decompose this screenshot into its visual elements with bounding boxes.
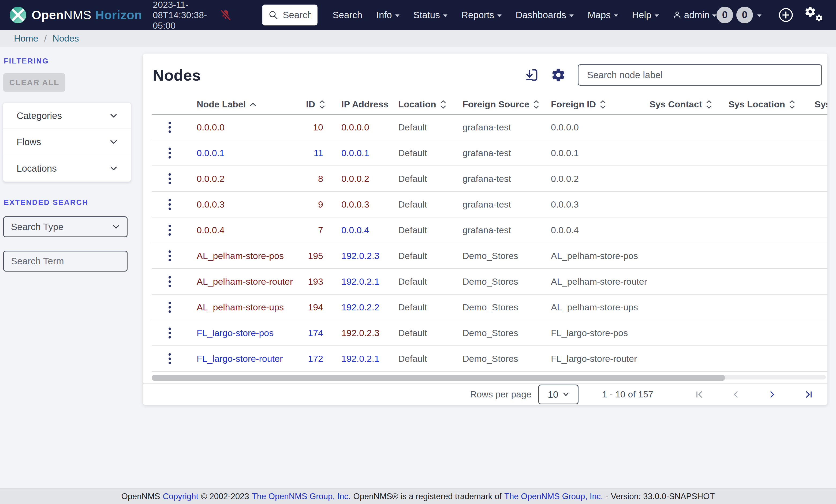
admin-gears-icon[interactable]: [804, 4, 827, 26]
rows-per-page-select[interactable]: 10: [538, 385, 578, 404]
node-label-link[interactable]: AL_pelham-store-ups: [197, 302, 284, 312]
export-download-icon[interactable]: [525, 68, 539, 82]
menu-item-maps[interactable]: Maps: [588, 9, 618, 20]
node-id-link[interactable]: 10: [313, 122, 323, 132]
node-ip-link[interactable]: 0.0.0.0: [341, 122, 369, 132]
nodes-table: Node Label ID IP Address: [152, 95, 828, 372]
chevron-down-icon: [395, 15, 400, 17]
opennms-group-link[interactable]: The OpenNMS Group, Inc.: [504, 492, 603, 501]
row-actions-kebab-icon[interactable]: [166, 248, 174, 264]
table-settings-gear-icon[interactable]: [551, 67, 566, 82]
menu-item-status[interactable]: Status: [414, 9, 448, 20]
node-label-link[interactable]: AL_pelham-store-router: [197, 276, 293, 287]
node-ip-link[interactable]: 192.0.2.3: [341, 251, 379, 261]
brand[interactable]: OpenNMSHorizon: [9, 6, 142, 24]
header-id[interactable]: ID: [294, 99, 328, 110]
node-label-link[interactable]: 0.0.0.1: [197, 148, 225, 158]
sort-asc-icon: [249, 102, 256, 107]
breadcrumb-separator: /: [44, 33, 46, 44]
search-type-select[interactable]: Search Type: [3, 216, 128, 237]
node-ip-link[interactable]: 0.0.0.2: [341, 174, 369, 184]
menu-item-help[interactable]: Help: [632, 9, 659, 20]
row-actions-kebab-icon[interactable]: [166, 196, 174, 213]
horizontal-scrollbar-thumb[interactable]: [152, 375, 725, 381]
header-location[interactable]: Location: [392, 99, 457, 110]
node-foreign-source: Demo_Stores: [457, 302, 545, 312]
row-actions-kebab-icon[interactable]: [166, 119, 174, 136]
header-sys-contact[interactable]: Sys Contact: [647, 99, 727, 110]
table-row: AL_pelham-store-ups 194 192.0.2.2 Defaul…: [152, 295, 828, 320]
node-id-link[interactable]: 174: [308, 328, 323, 338]
node-label-link[interactable]: FL_largo-store-router: [197, 353, 283, 364]
row-actions-kebab-icon[interactable]: [166, 351, 174, 367]
notifications-off-icon[interactable]: [219, 8, 232, 21]
header-sys-description[interactable]: Sys D: [808, 99, 828, 110]
global-search-input[interactable]: [283, 9, 311, 20]
opennms-logo-icon: [9, 6, 27, 24]
node-id-link[interactable]: 193: [308, 276, 323, 287]
previous-page-icon[interactable]: [730, 389, 742, 400]
header-foreign-id[interactable]: Foreign ID: [545, 99, 647, 110]
node-id-link[interactable]: 9: [318, 199, 323, 209]
menu-item-search[interactable]: Search: [332, 9, 362, 20]
node-id-link[interactable]: 11: [314, 148, 323, 158]
node-location: Default: [392, 276, 457, 287]
menu-item-info[interactable]: Info: [376, 9, 399, 20]
node-foreign-source: grafana-test: [457, 225, 545, 235]
node-foreign-id: 0.0.0.0: [545, 122, 647, 133]
chevron-down-icon: [443, 15, 448, 17]
node-ip-link[interactable]: 192.0.2.3: [341, 328, 379, 338]
node-ip-link[interactable]: 0.0.0.4: [341, 225, 369, 235]
node-ip-link[interactable]: 0.0.0.1: [341, 148, 369, 158]
header-node-label[interactable]: Node Label: [188, 99, 294, 110]
breadcrumb-home-link[interactable]: Home: [14, 33, 38, 44]
copyright-link[interactable]: Copyright: [163, 492, 198, 501]
accordion-locations[interactable]: Locations: [3, 155, 131, 181]
header-foreign-source[interactable]: Foreign Source: [457, 99, 545, 110]
menu-item-dashboards[interactable]: Dashboards: [515, 9, 574, 20]
clear-all-button[interactable]: CLEAR ALL: [3, 73, 65, 92]
node-label-link[interactable]: AL_pelham-store-pos: [197, 251, 284, 261]
node-id-link[interactable]: 8: [318, 174, 323, 184]
table-row: AL_pelham-store-pos 195 192.0.2.3 Defaul…: [152, 243, 828, 269]
last-page-icon[interactable]: [803, 389, 815, 400]
row-actions-kebab-icon[interactable]: [166, 171, 174, 187]
row-actions-kebab-icon[interactable]: [166, 299, 174, 315]
node-id-link[interactable]: 7: [318, 225, 323, 235]
node-label-link[interactable]: FL_largo-store-pos: [197, 328, 273, 338]
node-id-link[interactable]: 194: [308, 302, 323, 312]
node-label-link[interactable]: 0.0.0.3: [197, 199, 225, 209]
node-foreign-source: grafana-test: [457, 199, 545, 210]
node-id-link[interactable]: 195: [308, 251, 323, 261]
search-term-input[interactable]: [11, 256, 120, 267]
first-page-icon[interactable]: [694, 389, 705, 400]
node-label-link[interactable]: 0.0.0.2: [197, 174, 225, 184]
rows-per-page-label: Rows per page: [470, 389, 531, 400]
row-actions-kebab-icon[interactable]: [166, 273, 174, 290]
header-sys-location[interactable]: Sys Location: [727, 99, 808, 110]
breadcrumb: Home / Nodes: [0, 30, 836, 46]
quick-add-button[interactable]: [778, 7, 794, 23]
node-ip-link[interactable]: 192.0.2.1: [341, 276, 379, 287]
node-ip-link[interactable]: 192.0.2.1: [341, 353, 379, 364]
row-actions-kebab-icon[interactable]: [166, 145, 174, 161]
node-ip-link[interactable]: 192.0.2.2: [341, 302, 379, 312]
outages-count-badge[interactable]: 0: [736, 7, 753, 23]
chevron-down-icon[interactable]: [757, 15, 761, 17]
notices-count-badge[interactable]: 0: [717, 7, 733, 23]
node-label-link[interactable]: 0.0.0.0: [197, 122, 225, 132]
node-label-link[interactable]: 0.0.0.4: [197, 225, 225, 235]
node-label-search-input[interactable]: [587, 70, 813, 80]
row-actions-kebab-icon[interactable]: [166, 325, 174, 341]
next-page-icon[interactable]: [766, 389, 778, 400]
user-menu[interactable]: admin: [673, 9, 717, 20]
node-ip-link[interactable]: 0.0.0.3: [341, 199, 369, 209]
accordion-flows[interactable]: Flows: [3, 129, 131, 155]
brand-title: OpenNMSHorizon: [32, 8, 142, 22]
accordion-categories[interactable]: Categories: [3, 103, 131, 129]
breadcrumb-current[interactable]: Nodes: [53, 33, 79, 44]
menu-item-reports[interactable]: Reports: [461, 9, 502, 20]
opennms-group-link[interactable]: The OpenNMS Group, Inc.: [252, 492, 351, 501]
row-actions-kebab-icon[interactable]: [166, 222, 174, 238]
node-id-link[interactable]: 172: [308, 353, 323, 364]
